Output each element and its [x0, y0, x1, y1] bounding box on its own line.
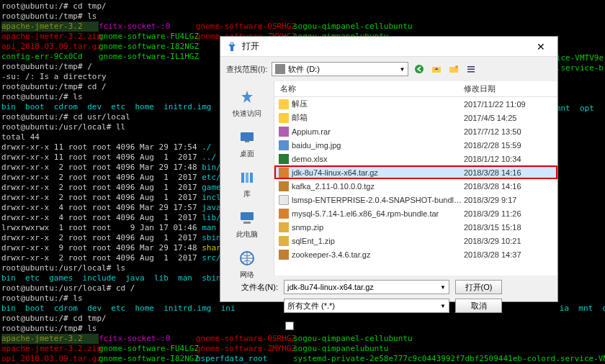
- svg-point-1: [415, 65, 424, 73]
- file-date: 2018/2/28 15:59: [464, 141, 557, 150]
- file-name: 邮箱: [292, 112, 464, 123]
- back-icon[interactable]: [413, 63, 426, 76]
- ascii-checkbox-label: 发送文件到ASCII: [297, 320, 357, 331]
- svg-rect-13: [241, 212, 254, 220]
- up-folder-icon[interactable]: [430, 63, 443, 76]
- sidebar-label: 快速访问: [233, 109, 261, 119]
- drive-icon: [275, 64, 285, 74]
- file-row[interactable]: kafka_2.11-0.10.0.0.tgz2018/3/28 14:16: [274, 179, 557, 193]
- column-date[interactable]: 修改日期: [464, 83, 557, 94]
- file-row[interactable]: 解压2017/11/22 11:09: [274, 97, 557, 111]
- file-row[interactable]: zookeeper-3.4.6.tar.gz2018/3/28 14:37: [274, 247, 557, 261]
- file-icon: [279, 140, 289, 150]
- svg-rect-7: [467, 71, 475, 73]
- dropdown-arrow-icon: ▼: [440, 284, 446, 291]
- svg-rect-11: [246, 173, 248, 183]
- file-name: snmp.zip: [292, 223, 464, 232]
- svg-rect-8: [241, 132, 254, 141]
- file-list-header: 名称 修改日期: [274, 81, 557, 97]
- new-folder-icon[interactable]: [447, 63, 460, 76]
- file-icon: [279, 222, 289, 232]
- sidebar-label: 库: [243, 189, 251, 199]
- file-icon: [279, 209, 289, 219]
- filetype-label: 文件类型(T):: [228, 301, 278, 311]
- file-name: demo.xlsx: [292, 155, 464, 163]
- file-date: 2017/7/12 13:50: [464, 127, 557, 136]
- file-name: Appium.rar: [292, 127, 464, 136]
- filetype-select[interactable]: 所有文件 (*.*) ▼: [284, 299, 449, 313]
- dropdown-arrow-icon: ▼: [440, 303, 446, 309]
- file-name: lsmsp-ENTERPRISE-2.0.4-SNAPSHOT-bundle..…: [292, 196, 464, 204]
- file-date: 2018/3/28 14:16: [464, 182, 557, 191]
- file-date: 2018/3/28 14:16: [464, 168, 557, 177]
- file-row[interactable]: 邮箱2017/4/5 14:25: [274, 111, 557, 124]
- file-icon: [279, 195, 289, 205]
- sidebar-quick-access[interactable]: 快速访问: [233, 87, 261, 119]
- file-row[interactable]: baidu_img.jpg2018/2/28 15:59: [274, 138, 557, 152]
- file-date: 2018/3/28 14:37: [464, 250, 557, 259]
- filename-label: 文件名(N):: [228, 282, 278, 293]
- file-name: mysql-5.7.14-1.el6.x86_64.rpm-bundle.tar: [292, 209, 464, 218]
- sidebar-label: 网络: [240, 270, 254, 280]
- file-name: sqlEnt_1.zip: [292, 237, 464, 245]
- sidebar-label: 此电脑: [236, 229, 258, 240]
- file-icon: [279, 99, 289, 109]
- file-icon: [279, 127, 289, 137]
- file-row[interactable]: lsmsp-ENTERPRISE-2.0.4-SNAPSHOT-bundle..…: [274, 193, 557, 206]
- close-button[interactable]: ✕: [530, 40, 552, 54]
- file-row[interactable]: snmp.zip2018/3/15 15:18: [274, 220, 557, 234]
- sidebar-network[interactable]: 网络: [237, 248, 257, 280]
- view-menu-icon[interactable]: [465, 63, 478, 76]
- filename-input[interactable]: jdk-8u74-linux-x64.tar.gz ▼: [284, 280, 449, 294]
- cancel-button[interactable]: 取消: [455, 299, 502, 313]
- open-button[interactable]: 打开(O): [455, 280, 502, 294]
- file-date: 2018/1/12 10:34: [464, 155, 557, 163]
- dialog-body: 快速访问 桌面 库 此电脑 网络 名称 修改日期: [220, 81, 557, 276]
- file-icon: [279, 250, 289, 260]
- dialog-bottom: 文件名(N): jdk-8u74-linux-x64.tar.gz ▼ 打开(O…: [220, 276, 557, 335]
- file-row[interactable]: jdk-8u74-linux-x64.tar.gz2018/3/28 14:16: [274, 165, 557, 179]
- file-icon: [279, 154, 289, 164]
- dropdown-arrow-icon: ▼: [400, 66, 405, 73]
- sidebar-this-pc[interactable]: 此电脑: [236, 208, 258, 240]
- computer-icon: [237, 208, 257, 228]
- file-row[interactable]: mysql-5.7.14-1.el6.x86_64.rpm-bundle.tar…: [274, 206, 557, 220]
- file-date: 2017/4/5 14:25: [464, 114, 557, 122]
- svg-rect-9: [245, 141, 249, 142]
- file-name: jdk-8u74-linux-x64.tar.gz: [292, 168, 464, 177]
- column-name[interactable]: 名称: [274, 83, 464, 94]
- svg-rect-5: [467, 66, 475, 68]
- dialog-title: 打开: [242, 40, 530, 53]
- file-name: 解压: [292, 99, 464, 109]
- libraries-icon: [237, 168, 257, 188]
- file-icon: [279, 181, 289, 191]
- file-row[interactable]: demo.xlsx2018/1/12 10:34: [274, 152, 557, 165]
- svg-rect-6: [467, 69, 475, 70]
- file-row[interactable]: sqlEnt_1.zip2018/3/29 10:21: [274, 234, 557, 247]
- star-icon: [237, 87, 257, 107]
- file-name: baidu_img.jpg: [292, 141, 464, 150]
- range-label: 查找范围(I):: [226, 64, 267, 75]
- drive-select[interactable]: 软件 (D:) ▼: [272, 62, 408, 76]
- file-icon: [279, 168, 289, 178]
- file-date: 2018/3/29 9:17: [464, 196, 557, 204]
- file-row[interactable]: Appium.rar2017/7/12 13:50: [274, 124, 557, 138]
- file-date: 2018/3/29 11:26: [464, 209, 557, 218]
- dialog-toolbar: 查找范围(I): 软件 (D:) ▼: [220, 57, 557, 81]
- svg-rect-14: [243, 222, 251, 224]
- file-date: 2017/11/22 11:09: [464, 100, 557, 109]
- sidebar-libraries[interactable]: 库: [237, 168, 257, 199]
- file-name: kafka_2.11-0.10.0.0.tgz: [292, 182, 464, 191]
- drive-text: 软件 (D:): [288, 64, 319, 75]
- file-icon: [279, 113, 289, 123]
- svg-point-4: [455, 65, 458, 68]
- sidebar-desktop[interactable]: 桌面: [237, 127, 257, 159]
- file-name: zookeeper-3.4.6.tar.gz: [292, 250, 464, 259]
- places-sidebar: 快速访问 桌面 库 此电脑 网络: [220, 81, 274, 276]
- svg-rect-10: [241, 173, 244, 183]
- sidebar-label: 桌面: [240, 149, 254, 159]
- file-icon: [279, 236, 289, 246]
- file-list[interactable]: 名称 修改日期 解压2017/11/22 11:09邮箱2017/4/5 14:…: [274, 81, 557, 276]
- open-file-dialog: 打开 ✕ 查找范围(I): 软件 (D:) ▼ 快速访问 桌面 库: [220, 36, 558, 302]
- ascii-checkbox[interactable]: [285, 322, 294, 330]
